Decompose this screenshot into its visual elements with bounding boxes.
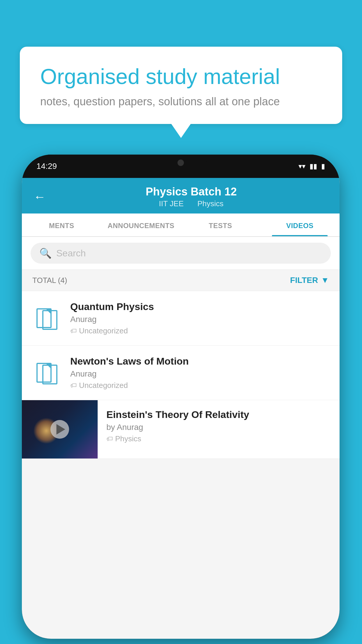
tab-videos[interactable]: VIDEOS [260, 214, 340, 236]
header-subtitle-part2: Physics [197, 199, 224, 208]
tab-announcements[interactable]: ANNOUNCEMENTS [101, 214, 181, 236]
phone-notch [154, 155, 207, 171]
item-info: Quantum Physics Anurag 🏷 Uncategorized [70, 301, 329, 335]
bubble-title: Organised study material [40, 64, 322, 89]
item-author: Anurag [70, 369, 329, 379]
tag-label: Uncategorized [79, 381, 128, 390]
total-count: TOTAL (4) [32, 276, 67, 285]
tag-label: Uncategorized [79, 326, 128, 335]
search-input[interactable]: Search [56, 248, 86, 259]
file-icon-wrap [32, 361, 61, 384]
list-item[interactable]: Quantum Physics Anurag 🏷 Uncategorized [22, 291, 340, 346]
video-list: Quantum Physics Anurag 🏷 Uncategorized [22, 291, 340, 459]
filter-button[interactable]: FILTER ▼ [290, 276, 329, 285]
list-item[interactable]: Einstein's Theory Of Relativity by Anura… [22, 400, 340, 459]
file-icon-wrap [32, 307, 61, 330]
phone-time: 14:29 [36, 162, 57, 171]
search-icon: 🔍 [39, 247, 52, 259]
status-bar: 14:29 ▾▾ ▮▮ ▮ [22, 155, 340, 178]
item-title: Einstein's Theory Of Relativity [106, 409, 331, 420]
app-header: ← Physics Batch 12 IIT JEE Physics [22, 178, 340, 214]
item-title: Quantum Physics [70, 301, 329, 312]
header-title: Physics Batch 12 [55, 186, 328, 198]
tab-ments[interactable]: MENTS [22, 214, 101, 236]
tag-icon: 🏷 [70, 327, 77, 335]
video-thumbnail [22, 400, 98, 459]
phone-screen: ← Physics Batch 12 IIT JEE Physics MENTS… [22, 178, 340, 639]
phone-frame: 14:29 ▾▾ ▮▮ ▮ ← Physics Batch 12 IIT JEE… [22, 155, 340, 639]
search-container: 🔍 Search [22, 237, 340, 270]
signal-icon: ▮▮ [310, 162, 317, 170]
item-author: by Anurag [106, 423, 331, 432]
item-author: Anurag [70, 315, 329, 324]
tag-label: Physics [115, 434, 141, 443]
filter-icon: ▼ [321, 276, 329, 285]
header-subtitle: IIT JEE Physics [55, 199, 328, 208]
search-box[interactable]: 🔍 Search [31, 243, 331, 264]
item-title: Newton's Laws of Motion [70, 356, 329, 367]
item-tag: 🏷 Physics [106, 434, 331, 443]
item-info: Einstein's Theory Of Relativity by Anura… [98, 400, 340, 452]
item-info: Newton's Laws of Motion Anurag 🏷 Uncateg… [70, 356, 329, 390]
play-icon [57, 424, 65, 435]
tab-tests[interactable]: TESTS [181, 214, 260, 236]
camera-dot [178, 160, 184, 166]
filter-bar: TOTAL (4) FILTER ▼ [22, 270, 340, 291]
item-tag: 🏷 Uncategorized [70, 381, 329, 390]
tag-icon: 🏷 [70, 382, 77, 389]
battery-icon: ▮ [321, 162, 325, 170]
list-item[interactable]: Newton's Laws of Motion Anurag 🏷 Uncateg… [22, 346, 340, 400]
item-tag: 🏷 Uncategorized [70, 326, 329, 335]
header-title-area: Physics Batch 12 IIT JEE Physics [55, 186, 328, 208]
tabs-bar: MENTS ANNOUNCEMENTS TESTS VIDEOS [22, 214, 340, 237]
document-icon [36, 307, 57, 330]
speech-bubble: Organised study material notes, question… [20, 47, 342, 124]
back-button[interactable]: ← [34, 190, 46, 204]
tag-icon: 🏷 [106, 435, 113, 443]
status-icons: ▾▾ ▮▮ ▮ [298, 162, 325, 170]
wifi-icon: ▾▾ [298, 162, 305, 170]
document-icon [36, 361, 57, 384]
header-subtitle-part1: IIT JEE [159, 199, 184, 208]
bubble-subtitle: notes, question papers, solutions all at… [40, 95, 322, 108]
filter-label: FILTER [290, 276, 318, 285]
